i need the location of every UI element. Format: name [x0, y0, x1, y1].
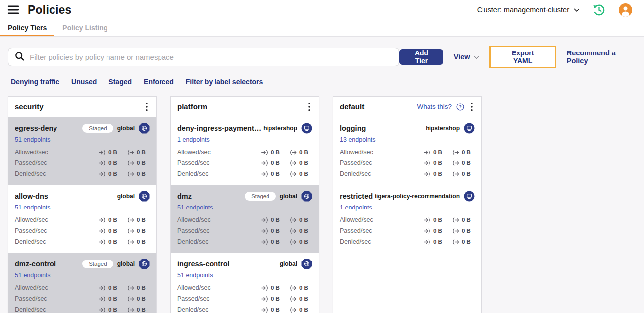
policy-card[interactable]: restrictedtigera-policy-recommendation1 … [333, 185, 481, 253]
tier-header-actions [306, 102, 312, 112]
policy-card[interactable]: ingress-controlglobal51 endpointsAllowed… [171, 253, 319, 313]
policy-card-header: dmz-controlStagedglobal [15, 258, 150, 270]
app-root: Policies Cluster: management-cluster [0, 0, 644, 313]
stat-row: Allowed/sec0 B0 B [15, 214, 150, 225]
filter-enforced[interactable]: Enforced [144, 78, 174, 86]
endpoints-link[interactable]: 51 endpoints [177, 204, 312, 211]
egress-icon [127, 239, 134, 245]
stat-values: 0 B0 B [99, 307, 150, 313]
ingress-value: 0 B [108, 171, 117, 177]
filter-denying-traffic[interactable]: Denying traffic [11, 78, 59, 86]
export-yaml-button[interactable]: Export YAML [491, 47, 555, 67]
stat-row: Allowed/sec0 B0 B [177, 214, 312, 225]
filter-unused[interactable]: Unused [71, 78, 97, 86]
history-icon[interactable] [592, 3, 606, 17]
ingress-icon [424, 217, 431, 223]
tier-header: platform [171, 97, 319, 117]
policy-name: egress-deny [15, 124, 57, 132]
recommend-policy-link[interactable]: Recommend a Policy [567, 49, 636, 65]
ingress-icon [424, 171, 431, 177]
add-tier-button[interactable]: Add Tier [399, 49, 443, 65]
stat-label: Allowed/sec [15, 284, 48, 291]
ingress-stat: 0 B [261, 228, 284, 234]
endpoints-link[interactable]: 51 endpoints [15, 272, 150, 279]
egress-icon [127, 296, 134, 302]
stat-label: Passed/sec [15, 227, 47, 234]
toolbar-actions: Add Tier View Export YAML Recommend a Po… [399, 46, 636, 68]
stat-values: 0 B0 B [99, 217, 150, 223]
stat-row: Denied/sec0 B0 B [15, 304, 150, 313]
egress-stat: 0 B [127, 217, 150, 223]
policy-filter-input[interactable] [30, 53, 393, 61]
policy-card[interactable]: egress-denyStagedglobal51 endpointsAllow… [8, 117, 156, 185]
policy-meta: global [117, 191, 150, 202]
egress-stat: 0 B [127, 171, 150, 177]
view-dropdown[interactable]: View [454, 53, 479, 61]
staged-badge: Staged [82, 124, 113, 133]
search-box[interactable] [8, 48, 399, 66]
egress-value: 0 B [137, 228, 146, 234]
endpoints-link[interactable]: 1 endpoints [177, 136, 312, 143]
stat-values: 0 B0 B [424, 228, 475, 234]
ingress-value: 0 B [271, 160, 280, 166]
avatar[interactable] [619, 3, 632, 17]
stat-row: Allowed/sec0 B0 B [15, 282, 150, 293]
svg-text:?: ? [459, 104, 462, 109]
policy-card-header: deny-ingress-paymentservi…hipstershop [177, 122, 312, 135]
policy-card[interactable]: logginghipstershop13 endpointsAllowed/se… [333, 117, 481, 185]
endpoints-link[interactable]: 1 endpoints [340, 204, 475, 211]
ingress-value: 0 B [271, 217, 280, 223]
endpoints-link[interactable]: 51 endpoints [177, 272, 312, 279]
stat-values: 0 B0 B [424, 160, 475, 166]
egress-value: 0 B [462, 149, 471, 155]
policy-card[interactable]: dmzStagedglobal51 endpointsAllowed/sec0 … [171, 185, 319, 253]
stat-values: 0 B0 B [261, 285, 312, 291]
namespaced-policy-icon [464, 123, 475, 134]
tab-policy-listing-label: Policy Listing [62, 24, 107, 32]
stat-values: 0 B0 B [261, 296, 312, 302]
stat-label: Denied/sec [15, 306, 46, 313]
stat-row: Denied/sec0 B0 B [340, 168, 475, 179]
stat-row: Denied/sec0 B0 B [177, 236, 312, 247]
policy-card[interactable]: allow-dnsglobal51 endpointsAllowed/sec0 … [8, 185, 156, 253]
endpoints-link[interactable]: 51 endpoints [15, 136, 150, 143]
egress-stat: 0 B [127, 296, 150, 302]
ingress-value: 0 B [433, 228, 442, 234]
egress-icon [127, 150, 134, 155]
stat-values: 0 B0 B [424, 239, 475, 245]
endpoints-link[interactable]: 13 endpoints [340, 136, 475, 143]
egress-value: 0 B [299, 217, 308, 223]
filter-by-label-selectors[interactable]: Filter by label selectors [186, 78, 263, 86]
whats-this-link[interactable]: Whats this? [417, 103, 452, 110]
kebab-icon[interactable] [144, 102, 150, 112]
stat-label: Passed/sec [177, 227, 210, 234]
policy-card-header: logginghipstershop [340, 122, 475, 135]
hamburger-icon[interactable] [7, 3, 20, 16]
filter-staged[interactable]: Staged [108, 78, 132, 86]
egress-value: 0 B [462, 239, 471, 245]
ingress-icon [261, 217, 268, 223]
policy-scope: hipstershop [426, 125, 460, 132]
ingress-value: 0 B [271, 296, 280, 302]
policy-name: ingress-control [177, 260, 230, 268]
policy-card[interactable]: deny-ingress-paymentservi…hipstershop1 e… [171, 117, 319, 185]
cluster-selector[interactable]: Cluster: management-cluster [477, 6, 580, 14]
tab-policy-tiers[interactable]: Policy Tiers [0, 20, 54, 36]
help-icon[interactable]: ? [456, 103, 464, 111]
stat-values: 0 B0 B [424, 149, 475, 155]
chevron-down-icon [474, 53, 479, 61]
tab-policy-listing[interactable]: Policy Listing [54, 20, 115, 36]
kebab-icon[interactable] [306, 102, 312, 112]
tab-bar: Policy Tiers Policy Listing [0, 20, 644, 37]
endpoints-link[interactable]: 51 endpoints [15, 204, 150, 211]
egress-stat: 0 B [452, 239, 475, 245]
egress-icon [289, 307, 297, 313]
kebab-icon[interactable] [469, 102, 475, 112]
policy-card[interactable]: dmz-controlStagedglobal51 endpointsAllow… [8, 253, 156, 313]
egress-stat: 0 B [127, 149, 150, 155]
ingress-value: 0 B [108, 160, 117, 166]
stat-label: Allowed/sec [340, 149, 373, 156]
ingress-value: 0 B [271, 228, 280, 234]
egress-stat: 0 B [289, 149, 312, 155]
policy-card-header: dmzStagedglobal [177, 190, 312, 203]
